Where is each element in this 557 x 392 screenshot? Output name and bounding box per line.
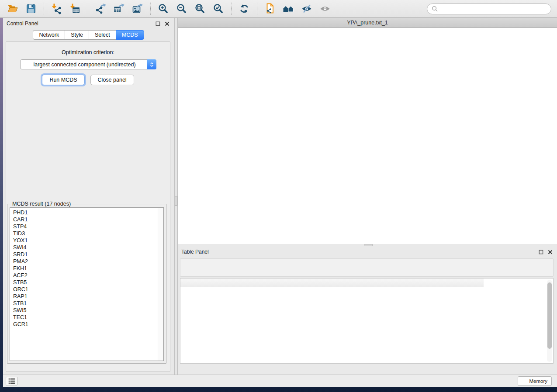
mcds-result-item[interactable]: SRD1 <box>13 251 157 258</box>
zoom-fit-button[interactable] <box>194 2 207 15</box>
toolbar-separator <box>44 3 44 15</box>
table-scrollbar-thumb[interactable] <box>547 282 552 349</box>
export-table-icon <box>114 3 125 14</box>
import-table-icon <box>69 3 81 14</box>
export-table-button[interactable] <box>113 2 126 15</box>
memory-label: Memory <box>529 378 547 384</box>
search-input[interactable] <box>441 6 547 12</box>
status-bar: Memory <box>3 375 557 387</box>
export-image-icon <box>132 3 143 14</box>
control-panel: Control Panel NetworkStyleSelectMCDS Opt… <box>3 18 174 375</box>
close-window-icon[interactable] <box>183 20 188 26</box>
toolbar-separator <box>150 3 151 15</box>
zoom-window-icon[interactable] <box>200 20 206 26</box>
table-toolbar <box>180 258 554 277</box>
toolbar-separator <box>231 3 232 15</box>
open-button[interactable] <box>6 2 19 15</box>
node-table <box>180 278 554 364</box>
toolbar-separator <box>88 3 88 15</box>
network-window: YPA_prune.txt_1 <box>178 18 557 244</box>
vertical-splitter-handle[interactable] <box>175 196 177 206</box>
first-neighbors-icon <box>283 3 294 14</box>
mcds-result-group: MCDS result (17 nodes) PHD1CAR1STP4TID3Y… <box>7 204 166 364</box>
tab-select[interactable]: Select <box>89 30 116 40</box>
mcds-result-item[interactable]: ACE2 <box>13 272 157 279</box>
import-table-button[interactable] <box>69 2 82 15</box>
refresh-layout-button[interactable] <box>238 2 251 15</box>
zoom-selected-icon <box>213 3 224 14</box>
desktop: { "colors": { "accent_blue": "#2E7CF8", … <box>0 0 557 392</box>
mcds-result-item[interactable]: SWI5 <box>13 307 157 314</box>
first-neighbors-button[interactable] <box>282 2 295 15</box>
tab-mcds[interactable]: MCDS <box>116 30 144 40</box>
toolbar-separator <box>257 3 257 15</box>
mcds-result-list[interactable]: PHD1CAR1STP4TID3YOX1SWI4SRD1PMA2FKH1ACE2… <box>10 207 164 361</box>
mcds-result-item[interactable]: YOX1 <box>13 237 157 244</box>
export-image-button[interactable] <box>131 2 144 15</box>
mcds-result-item[interactable]: STB1 <box>13 300 157 307</box>
zoom-out-button[interactable] <box>175 2 188 15</box>
table-panel-title: Table Panel <box>181 249 209 255</box>
task-history-button[interactable] <box>6 377 17 385</box>
close-panel-icon[interactable] <box>164 21 170 27</box>
mcds-result-item[interactable]: PMA2 <box>13 258 157 265</box>
network-canvas[interactable] <box>178 28 557 244</box>
dropdown-stepper-icon <box>147 59 156 69</box>
hide-selected-icon <box>301 3 312 14</box>
list-icon <box>8 378 15 384</box>
tab-network[interactable]: Network <box>33 30 65 40</box>
mcds-result-item[interactable]: ORC1 <box>13 286 157 293</box>
memory-status-icon <box>522 379 526 383</box>
zoom-fit-icon <box>194 3 206 14</box>
table-panel-header: Table Panel <box>178 246 557 258</box>
network-title: YPA_prune.txt_1 <box>347 20 388 26</box>
hide-selected-button[interactable] <box>300 2 313 15</box>
import-network-icon <box>51 3 62 14</box>
zoom-in-button[interactable] <box>157 2 170 15</box>
show-all-button[interactable] <box>318 2 332 15</box>
control-panel-header: Control Panel <box>3 18 174 29</box>
criterion-value: largest connected component (undirected) <box>31 62 144 68</box>
vertical-splitter[interactable] <box>174 18 178 375</box>
mcds-result-item[interactable]: STB5 <box>13 279 157 286</box>
control-panel-title: Control Panel <box>7 21 38 27</box>
mcds-result-item[interactable]: PHD1 <box>13 209 157 216</box>
zoom-in-icon <box>158 3 169 14</box>
export-network-button[interactable] <box>94 2 107 15</box>
tab-style[interactable]: Style <box>65 30 89 40</box>
close-table-panel-icon[interactable] <box>547 249 554 255</box>
zoom-out-icon <box>176 3 187 14</box>
mcds-result-item[interactable]: RAP1 <box>13 293 157 300</box>
memory-button[interactable]: Memory <box>518 376 552 386</box>
control-panel-tabs: NetworkStyleSelectMCDS <box>3 30 174 40</box>
mcds-list-scrollbar[interactable] <box>158 208 163 361</box>
export-network-icon <box>95 3 107 14</box>
table-scrollbar[interactable] <box>547 280 552 362</box>
mcds-result-item[interactable]: TID3 <box>13 230 157 237</box>
mcds-result-item[interactable]: CAR1 <box>13 216 157 223</box>
mcds-result-item[interactable]: SWI4 <box>13 244 157 251</box>
window-controls <box>183 20 206 26</box>
criterion-dropdown[interactable]: largest connected component (undirected) <box>20 59 156 69</box>
mcds-result-item[interactable]: TEC1 <box>13 314 157 321</box>
mcds-result-item[interactable]: GCR1 <box>13 321 157 328</box>
minimize-window-icon[interactable] <box>191 20 197 26</box>
refresh-layout-icon <box>239 3 250 14</box>
float-panel-icon[interactable] <box>155 21 161 27</box>
table-header-row <box>180 279 484 287</box>
mcds-result-item[interactable]: FKH1 <box>13 265 157 272</box>
mcds-result-item[interactable]: STP4 <box>13 223 157 230</box>
mcds-panel: Optimization criterion: largest connecte… <box>6 41 170 372</box>
save-button[interactable] <box>24 2 38 15</box>
import-network-button[interactable] <box>50 2 63 15</box>
show-all-icon <box>319 3 331 14</box>
search-box[interactable] <box>427 3 551 14</box>
save-icon <box>25 3 37 14</box>
new-network-from-selection-button[interactable] <box>263 2 277 15</box>
new-network-from-selection-icon <box>264 3 276 14</box>
float-table-panel-icon[interactable] <box>538 249 544 255</box>
network-titlebar[interactable]: YPA_prune.txt_1 <box>178 18 557 28</box>
close-panel-button[interactable]: Close panel <box>90 75 134 85</box>
run-mcds-button[interactable]: Run MCDS <box>42 75 84 85</box>
zoom-selected-button[interactable] <box>212 2 225 15</box>
